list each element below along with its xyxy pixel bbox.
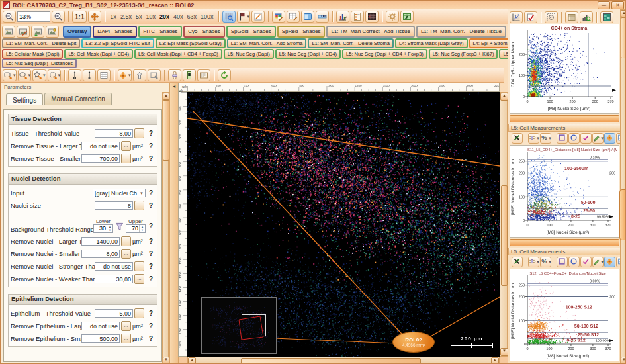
view-tab-l1-sm-man-corr-delete-stroma[interactable]: L1: SM_Man. Corr. - Delete Stroma (308, 38, 394, 49)
view-tab-dapi-shades[interactable]: DAPI - Shades (93, 26, 137, 38)
param-input-remove-nuclei-weaker-than[interactable]: 30,00 (95, 275, 133, 283)
close-measurement-button[interactable] (512, 257, 523, 267)
view-tab-spred-shades[interactable]: SpRed - Shades (277, 26, 326, 38)
view-tab-l5-cell-mask-dapi-cd4-foxp3[interactable]: L5: Cell Mask (Dapi + CD4 + Foxp3) (134, 49, 222, 60)
image-annotate-button[interactable] (17, 26, 30, 38)
view-tab-l1-sm-man-corr-add-stroma[interactable]: L1: SM_Man. Corr. - Add Stroma (227, 38, 307, 49)
view-tab-l1-tm-man-correct-add-tissue[interactable]: L1: TM_Man Correct - Add Tissue (326, 26, 414, 38)
refresh-button[interactable] (218, 69, 231, 81)
dropdown-caret-icon[interactable]: ▾ (43, 73, 46, 78)
rect-gate-button[interactable] (557, 133, 568, 144)
help-button[interactable]: ? (147, 129, 155, 138)
param-input-remove-epithelium-larger-than[interactable]: do not use (81, 322, 120, 330)
help-button[interactable]: ? (147, 237, 155, 246)
more-options-button[interactable]: ... (134, 128, 144, 138)
close-measurement-button[interactable] (512, 133, 523, 144)
more-options-button[interactable]: ... (121, 321, 131, 331)
panel-divider-bar[interactable] (510, 115, 619, 122)
panel-divider-bar[interactable] (510, 239, 619, 246)
more-options-button[interactable]: ... (121, 236, 131, 246)
more-options-button[interactable]: ... (121, 334, 131, 343)
scatter-plot-cd4-on-stroma[interactable] (510, 24, 617, 112)
viewer-horizontal-scrollbar[interactable]: ◄ ► (187, 357, 500, 364)
rect-gate-button[interactable] (557, 257, 568, 267)
zoom-preset-5x[interactable]: 5x (134, 13, 144, 20)
view-tab-l3-epi-mask-spgold-gray[interactable]: L3: Epi Mask (SpGold Gray) (156, 38, 226, 49)
zoom-preset-40x[interactable]: 40x (172, 13, 185, 20)
more-options-button[interactable]: ... (121, 249, 131, 259)
zoom-preset-1x[interactable]: 1x (109, 13, 118, 20)
scroll-down-icon[interactable]: ▼ (621, 357, 626, 364)
view-tab-l5-nuc-seg-dapi-cd4[interactable]: L5: Nuc Seg (Dapi + CD4) (275, 49, 341, 60)
view-tab-overlay[interactable]: Overlay (63, 26, 91, 38)
param-input-tissue-threshold-value[interactable]: 8,00 (95, 129, 133, 138)
confirm-gate-button[interactable] (580, 257, 592, 267)
zoom-preset-10x[interactable]: 10x (145, 13, 157, 20)
param-input-remove-nuclei-stronger-than[interactable]: do not use (95, 262, 133, 271)
intensity-slider-button[interactable] (183, 69, 196, 81)
checklist-button[interactable] (351, 11, 364, 23)
parameters-tab-manual-correction[interactable]: Manual Correction (44, 93, 112, 105)
dropdown-caret-icon[interactable]: ▾ (537, 259, 539, 265)
view-tab-spgold-shades[interactable]: SpGold - Shades (226, 26, 276, 38)
help-button[interactable]: ? (147, 322, 155, 330)
image-previous-button[interactable] (2, 26, 15, 38)
channel-table-button[interactable] (272, 11, 285, 23)
grid-overlay-button[interactable] (197, 69, 210, 81)
view-tab-l5-cellular-mask-dapi[interactable]: L5: Cellular Mask (Dapi) (2, 49, 63, 60)
draw-gate-button[interactable]: ▾ (592, 133, 604, 144)
collapse-panel-icon[interactable]: ◄ (170, 84, 178, 89)
anchor-button[interactable] (68, 69, 81, 81)
validate-button[interactable] (524, 11, 537, 23)
view-tab-l5-nuc-seg-dapi-distances[interactable]: L5: Nuc Seg (Dapi)_Distances (2, 59, 77, 68)
scrollbar-thumb[interactable] (621, 17, 626, 58)
help-button[interactable]: ? (147, 154, 155, 163)
rect-arrow-button[interactable] (148, 69, 161, 81)
dropdown-caret-icon[interactable]: ▾ (549, 136, 551, 141)
range-slider-button[interactable]: ▾ (528, 257, 539, 267)
pan-button[interactable] (88, 11, 101, 23)
roi-ellipse-button[interactable]: ▾ (18, 69, 32, 81)
zoom-preset-100x[interactable]: 100x (199, 13, 215, 20)
dropdown-caret-icon[interactable]: ▾ (13, 73, 16, 78)
viewer-vertical-scrollbar[interactable]: ▲ ▼ (500, 92, 508, 357)
more-options-button[interactable]: ... (134, 308, 144, 318)
panel-view-button[interactable] (301, 11, 314, 23)
chart-zoom-button[interactable] (580, 11, 593, 23)
view-tab-l1-em-man-corr-delete-epit[interactable]: L1: EM_Man. Corr. - Delete Epit (2, 38, 80, 49)
more-options-button[interactable]: ... (121, 154, 131, 163)
param-input-remove-tissue-larger-than[interactable]: do not use (81, 142, 120, 150)
settings-button[interactable] (386, 11, 399, 23)
help-button[interactable]: ? (147, 222, 155, 230)
data-table-button[interactable] (365, 11, 379, 23)
dropdown-caret-icon[interactable]: ▾ (58, 73, 61, 78)
dropdown-caret-icon[interactable]: ▾ (28, 73, 31, 78)
more-options-button[interactable]: ... (121, 141, 131, 151)
zoom-in-button[interactable] (52, 11, 65, 23)
view-tab-l5-cell-mask-dapi-cd4[interactable]: L5: Cell Mask (Dapi + CD4) (64, 49, 133, 60)
scatter-plot-s11-distances[interactable] (510, 146, 617, 236)
range-slider-button[interactable]: ▾ (528, 133, 539, 144)
table-edit-button[interactable] (287, 11, 300, 23)
image-viewport[interactable]: ROI 02 4.4966 mm² 200 µm (187, 92, 500, 357)
help-button[interactable]: ? (147, 250, 155, 258)
vertical-slider-button[interactable] (168, 69, 181, 81)
measurement-table-button[interactable] (565, 11, 578, 23)
gating-button[interactable] (545, 11, 558, 23)
actual-size-button[interactable]: 1:1 (72, 11, 87, 23)
dropdown-caret-icon[interactable]: ▾ (549, 259, 551, 265)
param-input-nuclei-size[interactable]: 8 (95, 201, 133, 210)
annotation-flag-button[interactable]: ▾ (237, 11, 251, 23)
help-button[interactable]: ? (147, 142, 155, 150)
anchor-filled-button[interactable] (83, 69, 96, 81)
view-tab-l5-nuc-seg-dapi[interactable]: L5: Nuc Seg (Dapi) (224, 49, 274, 60)
roi-polygon-button[interactable]: ▾ (32, 69, 46, 81)
ellipse-gate-button[interactable] (568, 133, 580, 144)
color-view-button[interactable] (600, 11, 613, 23)
help-button[interactable]: ? (147, 334, 155, 343)
zoom-preset-63x[interactable]: 63x (186, 13, 199, 20)
overview-minimap[interactable] (201, 297, 277, 354)
range-lower-spinner[interactable]: 30▲▼ (93, 224, 113, 233)
chart-edit-button[interactable] (336, 11, 349, 23)
grid-zoom-button[interactable] (222, 11, 236, 23)
